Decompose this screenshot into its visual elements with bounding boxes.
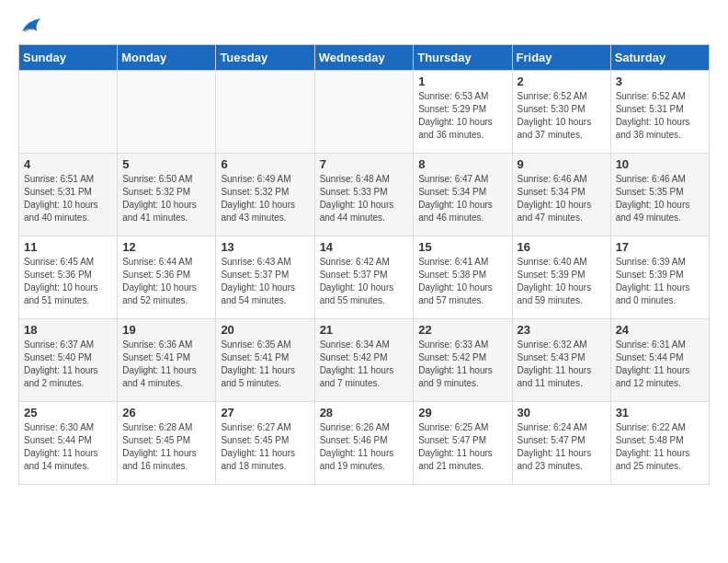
day-number: 18 — [24, 323, 112, 337]
calendar-cell: 16Sunrise: 6:40 AMSunset: 5:39 PMDayligh… — [512, 236, 610, 319]
calendar-cell: 7Sunrise: 6:48 AMSunset: 5:33 PMDaylight… — [314, 154, 414, 236]
day-info: Sunrise: 6:52 AMSunset: 5:31 PMDaylight:… — [616, 90, 704, 142]
day-info: Sunrise: 6:46 AMSunset: 5:35 PMDaylight:… — [616, 173, 704, 224]
day-info: Sunrise: 6:39 AMSunset: 5:39 PMDaylight:… — [616, 256, 704, 307]
calendar-week-2: 4Sunrise: 6:51 AMSunset: 5:31 PMDaylight… — [19, 154, 710, 236]
calendar-cell: 26Sunrise: 6:28 AMSunset: 5:45 PMDayligh… — [118, 402, 216, 485]
day-number: 20 — [221, 323, 309, 337]
day-number: 26 — [122, 406, 210, 419]
day-number: 24 — [616, 323, 704, 337]
calendar-cell — [216, 71, 314, 154]
day-number: 16 — [518, 240, 606, 254]
day-info: Sunrise: 6:34 AMSunset: 5:42 PMDaylight:… — [320, 339, 409, 390]
calendar-header-saturday: Saturday — [610, 45, 709, 71]
logo — [18, 18, 40, 35]
day-info: Sunrise: 6:45 AMSunset: 5:36 PMDaylight:… — [24, 256, 112, 307]
day-number: 28 — [320, 406, 409, 419]
day-number: 29 — [418, 406, 506, 419]
calendar-cell: 22Sunrise: 6:33 AMSunset: 5:42 PMDayligh… — [414, 319, 512, 402]
day-number: 27 — [221, 406, 309, 419]
calendar-cell: 5Sunrise: 6:50 AMSunset: 5:32 PMDaylight… — [118, 154, 216, 236]
day-info: Sunrise: 6:47 AMSunset: 5:34 PMDaylight:… — [418, 173, 506, 224]
day-number: 31 — [616, 406, 704, 419]
day-info: Sunrise: 6:43 AMSunset: 5:37 PMDaylight:… — [221, 256, 309, 307]
day-info: Sunrise: 6:50 AMSunset: 5:32 PMDaylight:… — [122, 173, 210, 224]
calendar-header-tuesday: Tuesday — [216, 45, 314, 71]
day-info: Sunrise: 6:33 AMSunset: 5:42 PMDaylight:… — [418, 339, 506, 390]
calendar-cell: 2Sunrise: 6:52 AMSunset: 5:30 PMDaylight… — [512, 71, 610, 154]
day-info: Sunrise: 6:51 AMSunset: 5:31 PMDaylight:… — [24, 173, 112, 224]
calendar-cell: 21Sunrise: 6:34 AMSunset: 5:42 PMDayligh… — [314, 319, 414, 402]
calendar-cell: 13Sunrise: 6:43 AMSunset: 5:37 PMDayligh… — [216, 236, 314, 319]
calendar-cell: 29Sunrise: 6:25 AMSunset: 5:47 PMDayligh… — [414, 402, 512, 485]
day-info: Sunrise: 6:49 AMSunset: 5:32 PMDaylight:… — [221, 173, 309, 224]
calendar-table: SundayMondayTuesdayWednesdayThursdayFrid… — [18, 44, 710, 485]
day-number: 14 — [320, 240, 409, 254]
calendar-header-row: SundayMondayTuesdayWednesdayThursdayFrid… — [19, 45, 710, 71]
day-number: 21 — [320, 323, 409, 337]
day-number: 23 — [518, 323, 606, 337]
day-info: Sunrise: 6:41 AMSunset: 5:38 PMDaylight:… — [418, 256, 506, 307]
calendar-cell: 1Sunrise: 6:53 AMSunset: 5:29 PMDaylight… — [414, 71, 512, 154]
day-info: Sunrise: 6:26 AMSunset: 5:46 PMDaylight:… — [320, 421, 409, 473]
calendar-cell: 24Sunrise: 6:31 AMSunset: 5:44 PMDayligh… — [610, 319, 709, 402]
calendar-cell — [19, 71, 118, 154]
day-number: 7 — [320, 157, 409, 171]
calendar-header-friday: Friday — [512, 45, 610, 71]
calendar-week-4: 18Sunrise: 6:37 AMSunset: 5:40 PMDayligh… — [19, 319, 710, 402]
calendar-cell: 25Sunrise: 6:30 AMSunset: 5:44 PMDayligh… — [19, 402, 118, 485]
day-info: Sunrise: 6:53 AMSunset: 5:29 PMDaylight:… — [418, 90, 506, 142]
day-info: Sunrise: 6:31 AMSunset: 5:44 PMDaylight:… — [616, 339, 704, 390]
day-info: Sunrise: 6:36 AMSunset: 5:41 PMDaylight:… — [122, 339, 210, 390]
day-number: 13 — [221, 240, 309, 254]
day-number: 1 — [418, 75, 506, 88]
day-number: 12 — [122, 240, 210, 254]
day-info: Sunrise: 6:30 AMSunset: 5:44 PMDaylight:… — [24, 421, 112, 473]
calendar-cell: 12Sunrise: 6:44 AMSunset: 5:36 PMDayligh… — [118, 236, 216, 319]
calendar-header-wednesday: Wednesday — [314, 45, 414, 71]
logo-bird-icon — [20, 18, 40, 35]
calendar-cell: 10Sunrise: 6:46 AMSunset: 5:35 PMDayligh… — [610, 154, 709, 236]
day-number: 4 — [24, 157, 112, 171]
calendar-cell: 30Sunrise: 6:24 AMSunset: 5:47 PMDayligh… — [512, 402, 610, 485]
calendar-cell: 23Sunrise: 6:32 AMSunset: 5:43 PMDayligh… — [512, 319, 610, 402]
calendar-header-thursday: Thursday — [414, 45, 512, 71]
day-number: 3 — [616, 75, 704, 88]
calendar-cell: 11Sunrise: 6:45 AMSunset: 5:36 PMDayligh… — [19, 236, 118, 319]
day-info: Sunrise: 6:52 AMSunset: 5:30 PMDaylight:… — [518, 90, 606, 142]
calendar-cell: 31Sunrise: 6:22 AMSunset: 5:48 PMDayligh… — [610, 402, 709, 485]
day-number: 25 — [24, 406, 112, 419]
calendar-header-sunday: Sunday — [19, 45, 118, 71]
day-number: 9 — [518, 157, 606, 171]
day-info: Sunrise: 6:42 AMSunset: 5:37 PMDaylight:… — [320, 256, 409, 307]
day-number: 8 — [418, 157, 506, 171]
day-number: 10 — [616, 157, 704, 171]
day-info: Sunrise: 6:24 AMSunset: 5:47 PMDaylight:… — [518, 421, 606, 473]
day-number: 22 — [418, 323, 506, 337]
calendar-cell: 9Sunrise: 6:46 AMSunset: 5:34 PMDaylight… — [512, 154, 610, 236]
calendar-week-5: 25Sunrise: 6:30 AMSunset: 5:44 PMDayligh… — [19, 402, 710, 485]
calendar-cell: 4Sunrise: 6:51 AMSunset: 5:31 PMDaylight… — [19, 154, 118, 236]
calendar-cell: 20Sunrise: 6:35 AMSunset: 5:41 PMDayligh… — [216, 319, 314, 402]
day-info: Sunrise: 6:32 AMSunset: 5:43 PMDaylight:… — [518, 339, 606, 390]
calendar-cell: 15Sunrise: 6:41 AMSunset: 5:38 PMDayligh… — [414, 236, 512, 319]
calendar-week-3: 11Sunrise: 6:45 AMSunset: 5:36 PMDayligh… — [19, 236, 710, 319]
day-number: 11 — [24, 240, 112, 254]
calendar-header-monday: Monday — [118, 45, 216, 71]
day-number: 5 — [122, 157, 210, 171]
day-info: Sunrise: 6:35 AMSunset: 5:41 PMDaylight:… — [221, 339, 309, 390]
day-number: 6 — [221, 157, 309, 171]
day-info: Sunrise: 6:37 AMSunset: 5:40 PMDaylight:… — [24, 339, 112, 390]
calendar-cell: 6Sunrise: 6:49 AMSunset: 5:32 PMDaylight… — [216, 154, 314, 236]
day-info: Sunrise: 6:46 AMSunset: 5:34 PMDaylight:… — [518, 173, 606, 224]
calendar-cell: 28Sunrise: 6:26 AMSunset: 5:46 PMDayligh… — [314, 402, 414, 485]
day-info: Sunrise: 6:28 AMSunset: 5:45 PMDaylight:… — [122, 421, 210, 473]
calendar-cell: 19Sunrise: 6:36 AMSunset: 5:41 PMDayligh… — [118, 319, 216, 402]
day-number: 15 — [418, 240, 506, 254]
calendar-cell: 27Sunrise: 6:27 AMSunset: 5:45 PMDayligh… — [216, 402, 314, 485]
day-number: 30 — [518, 406, 606, 419]
day-number: 19 — [122, 323, 210, 337]
calendar-week-1: 1Sunrise: 6:53 AMSunset: 5:29 PMDaylight… — [19, 71, 710, 154]
calendar-cell: 14Sunrise: 6:42 AMSunset: 5:37 PMDayligh… — [314, 236, 414, 319]
day-info: Sunrise: 6:25 AMSunset: 5:47 PMDaylight:… — [418, 421, 506, 473]
